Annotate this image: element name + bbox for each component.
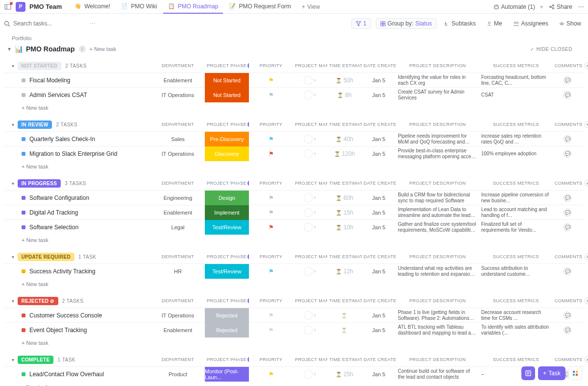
metrics-cell[interactable]: Lead to account matching and handling of… bbox=[479, 207, 553, 218]
priority-cell[interactable]: ⚑ bbox=[249, 92, 293, 98]
date-cell[interactable]: Jan 5 bbox=[362, 371, 396, 377]
tab-pmo-request-form[interactable]: 📝PMO Request Form bbox=[224, 0, 296, 14]
new-task-top-button[interactable]: + New task bbox=[90, 46, 117, 52]
column-header[interactable]: DATE CREATED bbox=[362, 122, 396, 127]
new-task-row-button[interactable]: + New task bbox=[4, 381, 584, 386]
column-header[interactable]: PRIORITY bbox=[249, 122, 293, 127]
estimate-cell[interactable]: ⏳8h bbox=[327, 92, 362, 98]
column-header[interactable]: DEPARTMENT bbox=[151, 357, 205, 362]
tab-pmo-wiki[interactable]: 📄PMO Wiki bbox=[116, 0, 162, 14]
phase-cell[interactable]: Not Started bbox=[205, 73, 249, 88]
date-cell[interactable]: Jan 5 bbox=[362, 151, 396, 157]
comments-cell[interactable]: 💬 bbox=[553, 312, 582, 319]
description-cell[interactable]: ATL BTL tracking with Tableau dashboard … bbox=[396, 324, 479, 336]
task-name[interactable]: Success Activity Tracking bbox=[29, 268, 96, 275]
info-icon[interactable]: i bbox=[79, 46, 86, 52]
filter-button[interactable]: 1 bbox=[351, 18, 371, 29]
column-header[interactable]: PROJECT MANAGER bbox=[293, 357, 327, 362]
new-task-row-button[interactable]: + New task bbox=[4, 337, 584, 349]
estimate-cell[interactable]: ⏳ bbox=[327, 313, 362, 318]
status-square[interactable] bbox=[22, 328, 25, 332]
estimate-cell[interactable]: ⏳60h bbox=[327, 194, 362, 201]
column-header[interactable]: PROJECT MANAGER bbox=[293, 122, 327, 127]
sidebar-toggle-icon[interactable] bbox=[4, 3, 12, 11]
column-header[interactable]: PROJECT PHASE+ bbox=[205, 298, 249, 304]
list-title[interactable]: 📊 PMO Roadmap bbox=[15, 45, 75, 53]
comments-cell[interactable]: 💬 bbox=[553, 223, 582, 231]
department-cell[interactable]: Enablement bbox=[151, 327, 205, 333]
estimate-cell[interactable]: ⏳40h bbox=[327, 136, 362, 143]
department-cell[interactable]: HR bbox=[151, 268, 205, 274]
date-cell[interactable]: Jan 5 bbox=[362, 195, 396, 201]
task-name[interactable]: Lead/Contact Flow Overhaul bbox=[29, 371, 104, 378]
column-header[interactable]: COMMENTS bbox=[553, 181, 582, 186]
comments-cell[interactable]: 💬 bbox=[553, 135, 582, 143]
comments-cell[interactable]: 💬 bbox=[553, 76, 582, 84]
task-row[interactable]: Lead/Contact Flow Overhaul Product Monit… bbox=[4, 366, 584, 381]
phase-cell[interactable]: Not Started bbox=[205, 88, 249, 102]
new-task-row-button[interactable]: + New task bbox=[4, 234, 584, 246]
task-name[interactable]: Fiscal Modeling bbox=[29, 77, 70, 84]
date-cell[interactable]: Jan 5 bbox=[362, 268, 396, 274]
task-name[interactable]: Migration to Slack Enterprise Grid bbox=[29, 150, 117, 157]
group-collapse-caret[interactable]: ▾ bbox=[12, 254, 15, 260]
estimate-cell[interactable]: ⏳10h bbox=[327, 224, 362, 231]
assignee-cell[interactable]: + bbox=[293, 193, 327, 202]
comments-cell[interactable]: 💬 bbox=[553, 194, 582, 202]
metrics-cell[interactable]: 100% employee adoption bbox=[479, 151, 553, 157]
column-header[interactable]: PRIORITY bbox=[249, 298, 293, 303]
phase-cell[interactable]: Test/Review bbox=[205, 264, 249, 279]
metrics-cell[interactable]: Forcasting headcount, bottom line, CAC, … bbox=[479, 74, 553, 86]
status-square[interactable] bbox=[22, 93, 25, 97]
column-header[interactable]: PROJECT DESCRIPTION bbox=[396, 181, 479, 186]
task-name[interactable]: Software Selection bbox=[29, 224, 78, 231]
add-column-button[interactable]: + bbox=[585, 356, 588, 363]
assignee-cell[interactable]: + bbox=[293, 208, 327, 217]
department-cell[interactable]: Enablement bbox=[151, 77, 205, 83]
status-pill[interactable]: NOT STARTED bbox=[18, 62, 62, 70]
date-cell[interactable]: Jan 5 bbox=[362, 327, 396, 333]
comments-cell[interactable]: 💬 bbox=[553, 150, 582, 158]
status-square[interactable] bbox=[22, 78, 25, 82]
hide-closed-button[interactable]: ✓ HIDE CLOSED bbox=[530, 47, 580, 52]
new-task-fab[interactable]: + Task bbox=[538, 366, 565, 380]
metrics-cell[interactable]: increase sales rep retention rates QoQ a… bbox=[479, 133, 553, 145]
department-cell[interactable]: Sales bbox=[151, 136, 205, 142]
column-header[interactable]: PROJECT DESCRIPTION bbox=[396, 122, 479, 127]
status-pill[interactable]: REJECTED ⊘ bbox=[18, 297, 58, 305]
column-header[interactable]: TIME ESTIMATE bbox=[327, 181, 362, 186]
task-name[interactable]: Quarterly Sales Check-In bbox=[29, 136, 95, 143]
metrics-cell[interactable]: Success attribution to understand custom… bbox=[479, 265, 553, 277]
department-cell[interactable]: Legal bbox=[151, 224, 205, 230]
tab-pmo-roadmap[interactable]: 📋PMO Roadmap bbox=[163, 0, 223, 14]
column-header[interactable]: SUCCESS METRICS bbox=[479, 63, 553, 68]
department-cell[interactable]: IT Operations bbox=[151, 151, 205, 157]
group-collapse-caret[interactable]: ▾ bbox=[12, 122, 15, 127]
comments-cell[interactable]: 💬 bbox=[553, 326, 582, 334]
status-square[interactable] bbox=[22, 372, 25, 376]
column-header[interactable]: TIME ESTIMATE bbox=[327, 63, 362, 68]
metrics-cell[interactable]: Increase pipeline conversion of new busi… bbox=[479, 192, 553, 204]
notepad-fab[interactable] bbox=[521, 366, 535, 380]
search-input[interactable] bbox=[13, 20, 87, 27]
metrics-cell[interactable]: CSAT bbox=[479, 92, 553, 98]
group-collapse-caret[interactable]: ▾ bbox=[12, 63, 15, 69]
department-cell[interactable]: Enablement bbox=[151, 210, 205, 216]
priority-cell[interactable]: ⚑ bbox=[249, 136, 293, 143]
department-cell[interactable]: IT Operations bbox=[151, 92, 205, 98]
priority-cell[interactable]: ⚑ bbox=[249, 224, 293, 231]
me-button[interactable]: Me bbox=[484, 19, 505, 28]
subtasks-button[interactable]: Subtasks bbox=[441, 19, 479, 28]
phase-cell[interactable]: Monitor (Post-Laun... bbox=[205, 367, 249, 382]
add-column-button[interactable]: + bbox=[585, 62, 588, 69]
task-row[interactable]: Success Activity Tracking HR Test/Review… bbox=[4, 264, 584, 278]
description-cell[interactable]: Identifying the value for roles in each … bbox=[396, 74, 479, 86]
column-header[interactable]: PROJECT DESCRIPTION bbox=[396, 298, 479, 303]
status-square[interactable] bbox=[22, 196, 25, 200]
column-header[interactable]: DATE CREATED bbox=[362, 181, 396, 186]
description-cell[interactable]: Understand what rep activities are leadi… bbox=[396, 265, 479, 277]
column-header[interactable]: PROJECT DESCRIPTION bbox=[396, 63, 479, 68]
priority-cell[interactable]: ⚑ bbox=[249, 77, 293, 84]
assignee-cell[interactable]: + bbox=[293, 326, 327, 335]
metrics-cell[interactable]: Decrease account research time for CSMs … bbox=[479, 310, 553, 321]
